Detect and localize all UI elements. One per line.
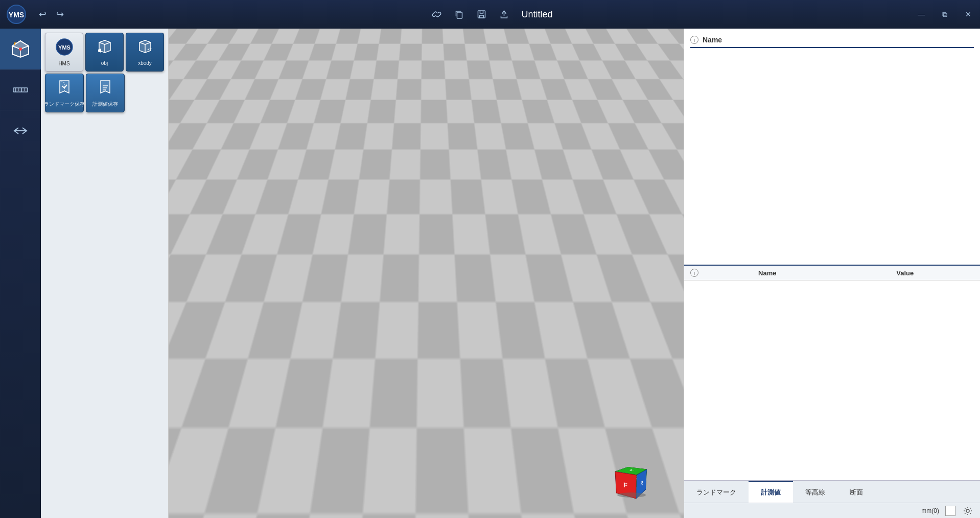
svg-rect-3 xyxy=(478,11,485,18)
save-icon-button[interactable] xyxy=(472,5,491,23)
name-info-icon[interactable]: i xyxy=(690,36,698,44)
link-icon-button[interactable] xyxy=(427,5,446,23)
orientation-cube[interactable]: F B L R T xyxy=(615,464,648,498)
app-logo: YMS xyxy=(6,4,27,25)
viewport[interactable]: T B L R F B L R T xyxy=(169,29,684,518)
xbody-icon xyxy=(136,38,154,58)
landmark-save-button[interactable]: ランドマーク保存 xyxy=(45,74,84,112)
sidebar-item-measure[interactable] xyxy=(0,69,41,110)
status-settings-icon[interactable] xyxy=(962,505,974,517)
props-info-icon[interactable]: i xyxy=(690,269,698,277)
export-icon-button[interactable] xyxy=(495,5,513,23)
svg-rect-2 xyxy=(457,12,462,18)
props-content xyxy=(684,280,980,480)
measure-save-button[interactable]: 計測値保存 xyxy=(86,74,125,112)
landmark-save-icon xyxy=(56,79,73,99)
right-panel: i Name i Name Value ランドマーク 計測値 等高線 断面 mm… xyxy=(684,29,980,518)
name-tree-content xyxy=(690,50,974,152)
viewport-compass[interactable]: T B L R xyxy=(413,33,439,60)
obj-button[interactable]: obj xyxy=(85,33,124,72)
svg-text:YMS: YMS xyxy=(58,44,71,51)
measure-save-label: 計測値保存 xyxy=(92,101,118,108)
close-button[interactable]: ✕ xyxy=(956,0,980,29)
copy-icon-button[interactable] xyxy=(450,5,468,23)
svg-point-9 xyxy=(19,48,22,51)
svg-point-30 xyxy=(966,509,969,512)
svg-text:YMS: YMS xyxy=(9,11,24,19)
main-area: YMS HMS obj xyxy=(0,29,980,518)
name-section-header: i Name xyxy=(690,33,974,48)
status-unit: mm(0) xyxy=(921,507,939,514)
minimize-button[interactable]: — xyxy=(909,0,933,29)
measure-save-icon xyxy=(97,79,114,99)
hms-label: HMS xyxy=(58,61,69,66)
undo-button[interactable]: ↩ xyxy=(35,7,50,22)
hms-button[interactable]: YMS HMS xyxy=(45,33,83,72)
document-title: Untitled xyxy=(521,9,552,20)
titlebar: YMS ↩ ↪ Unti xyxy=(0,0,980,29)
toolbar-row-2: ランドマーク保存 計測値保存 xyxy=(45,74,164,112)
sidebar-item-compare[interactable] xyxy=(0,110,41,151)
props-col-value-label: Value xyxy=(836,269,974,277)
hms-icon: YMS xyxy=(55,38,74,59)
tab-measure[interactable]: 計測値 xyxy=(749,481,793,503)
restore-button[interactable]: ⧉ xyxy=(933,0,956,29)
status-color-box[interactable] xyxy=(945,506,955,516)
tab-contour[interactable]: 等高線 xyxy=(793,481,837,503)
sidebar-item-3d-view[interactable] xyxy=(0,29,41,69)
obj-label: obj xyxy=(101,60,108,66)
xbody-label: xbody xyxy=(138,60,152,66)
titlebar-center: Untitled xyxy=(427,5,552,23)
obj-icon xyxy=(96,38,113,58)
toolbar-panel: YMS HMS obj xyxy=(41,29,169,518)
props-header: i Name Value xyxy=(684,266,980,280)
window-controls: — ⧉ ✕ xyxy=(909,0,980,29)
right-panel-props-section: i Name Value xyxy=(684,266,980,480)
props-col-name-label: Name xyxy=(698,269,836,277)
right-panel-name-section: i Name xyxy=(684,29,980,266)
bottom-tabs: ランドマーク 計測値 等高線 断面 xyxy=(684,480,980,503)
tab-section[interactable]: 断面 xyxy=(837,481,875,503)
cube-base xyxy=(617,492,646,498)
redo-button[interactable]: ↪ xyxy=(52,7,67,22)
landmark-save-label: ランドマーク保存 xyxy=(44,101,85,108)
left-sidebar xyxy=(0,29,41,518)
toolbar-row-1: YMS HMS obj xyxy=(45,33,164,72)
name-header-label: Name xyxy=(703,36,722,44)
status-bar: mm(0) xyxy=(684,503,980,518)
xbody-button[interactable]: xbody xyxy=(126,33,164,72)
tab-landmark[interactable]: ランドマーク xyxy=(684,481,749,503)
